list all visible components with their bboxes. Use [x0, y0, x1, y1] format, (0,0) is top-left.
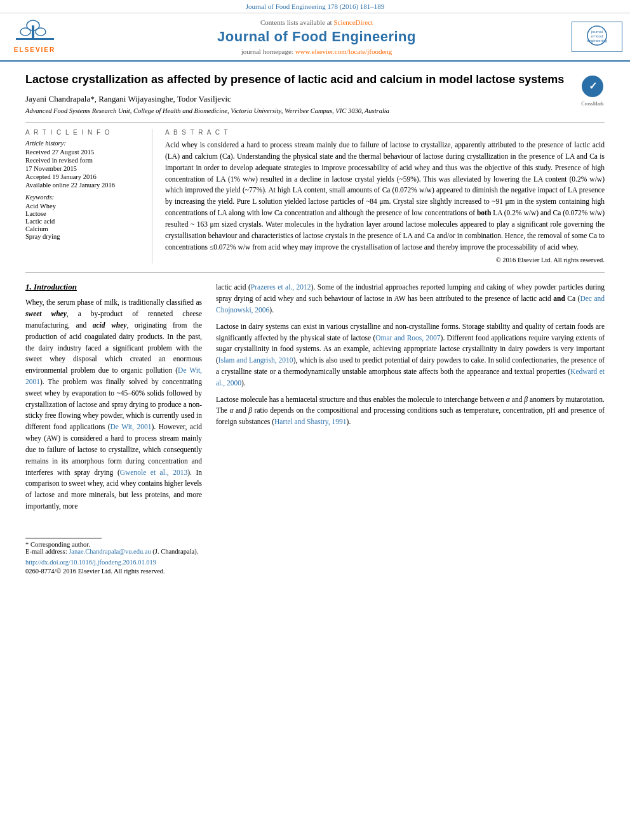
article-title: Lactose crystallization as affected by p… [25, 72, 605, 88]
received-date: Received 27 August 2015 [25, 149, 142, 156]
sciencedirect-link[interactable]: ScienceDirect [333, 18, 373, 26]
intro-col-left-para1: Whey, the serum phase of milk, is tradit… [25, 297, 202, 512]
keyword-5: Spray drying [25, 233, 142, 240]
email-line: E-mail address: Janae.Chandrapala@vu.edu… [25, 548, 202, 555]
journal-ref: Journal of Food Engineering 178 (2016) 1… [246, 3, 385, 10]
body-section: 1. Introduction Whey, the serum phase of… [25, 272, 605, 575]
keyword-4: Calcium [25, 225, 142, 232]
crossmark-label: CrossMark [580, 101, 605, 107]
footnote-divider [25, 538, 102, 538]
keyword-2: Lactose [25, 210, 142, 217]
svg-text:journal: journal [591, 30, 603, 34]
abstract-text: Acid whey is considered a hard to proces… [165, 140, 605, 253]
homepage-link[interactable]: www.elsevier.com/locate/jfoodeng [295, 48, 392, 55]
keywords-label: Keywords: [25, 194, 142, 201]
intro-section-title: 1. Introduction [25, 282, 202, 292]
divider-1 [25, 122, 605, 123]
keyword-3: Lactic acid [25, 218, 142, 225]
copyright-line: © 2016 Elsevier Ltd. All rights reserved… [165, 257, 605, 263]
intro-col-right-para1: lactic acid (Prazeres et al., 2012). Som… [216, 282, 605, 316]
svg-point-4 [36, 28, 46, 36]
journal-header-center: Contents lists available at ScienceDirec… [68, 18, 565, 55]
main-content: ✓ CrossMark Lactose crystallization as a… [0, 62, 630, 586]
article-info-header: A R T I C L E I N F O [25, 129, 142, 136]
top-bar: Journal of Food Engineering 178 (2016) 1… [0, 0, 630, 13]
article-info: A R T I C L E I N F O Article history: R… [25, 129, 152, 263]
corresponding-author: * Corresponding author. [25, 541, 202, 548]
abstract-section: A B S T R A C T Acid whey is considered … [165, 129, 605, 263]
journal-title: Journal of Food Engineering [68, 29, 565, 45]
sciencedirect-text: Contents lists available at ScienceDirec… [68, 18, 565, 26]
abstract-header: A B S T R A C T [165, 129, 605, 136]
article-history-label: Article history: [25, 140, 142, 147]
crossmark-badge: ✓ CrossMark [580, 74, 605, 107]
ref-kedward-2000[interactable]: Kedward et al., 2000 [216, 368, 605, 387]
accepted-date: Accepted 19 January 2016 [25, 173, 142, 180]
journal-logo-box: journal of food engineering [572, 22, 622, 52]
ref-de-wit-2001b[interactable]: De Wit, 2001 [111, 423, 152, 430]
info-section: A R T I C L E I N F O Article history: R… [25, 129, 605, 263]
received-revised-label: Received in revised form [25, 157, 142, 164]
elsevier-tree-img [10, 21, 60, 46]
svg-point-3 [20, 28, 30, 36]
elsevier-label: ELSEVIER [14, 46, 55, 53]
ref-islam-2010[interactable]: Islam and Langrish, 2010 [218, 356, 293, 364]
svg-text:✓: ✓ [589, 81, 597, 91]
intro-col-right-para2: Lactose in dairy systems can exist in va… [216, 321, 605, 389]
svg-rect-0 [16, 38, 54, 40]
footnote-area: * Corresponding author. E-mail address: … [25, 538, 202, 576]
affiliation: Advanced Food Systems Research Unit, Col… [25, 107, 605, 114]
doi-link[interactable]: http://dx.doi.org/10.1016/j.jfoodeng.201… [25, 559, 202, 566]
footer-copyright: 0260-8774/© 2016 Elsevier Ltd. All right… [25, 568, 165, 575]
two-col-intro: 1. Introduction Whey, the serum phase of… [25, 282, 605, 575]
ref-omar-2007[interactable]: Omar and Roos, 2007 [375, 334, 440, 342]
svg-text:of food: of food [591, 34, 603, 38]
col-left: 1. Introduction Whey, the serum phase of… [25, 282, 202, 575]
intro-col-right-para3: Lactose molecule has a hemiacetal struct… [216, 394, 605, 428]
email-link[interactable]: Janae.Chandrapala@vu.edu.au [69, 548, 151, 555]
keywords-section: Keywords: Acid Whey Lactose Lactic acid … [25, 194, 142, 240]
svg-rect-1 [32, 25, 34, 39]
ref-prazeres-2012[interactable]: Prazeres et al., 2012 [251, 283, 311, 291]
journal-homepage: journal homepage: www.elsevier.com/locat… [68, 48, 565, 55]
col-right: lactic acid (Prazeres et al., 2012). Som… [216, 282, 605, 575]
authors: Jayani Chandrapala*, Rangani Wijayasingh… [25, 94, 605, 104]
svg-text:engineering: engineering [587, 39, 607, 43]
keyword-1: Acid Whey [25, 203, 142, 210]
elsevier-logo: ELSEVIER [8, 21, 62, 53]
journal-header: ELSEVIER Contents lists available at Sci… [0, 13, 630, 62]
ref-de-wit-2001[interactable]: De Wit, 2001 [25, 366, 202, 385]
ref-hartel-1991[interactable]: Hartel and Shastry, 1991 [274, 418, 347, 425]
ref-dec-2006[interactable]: Dec and Chojnowski, 2006 [216, 295, 605, 314]
revised-date: 17 November 2015 [25, 165, 142, 172]
available-date: Available online 22 January 2016 [25, 182, 142, 189]
ref-gwenole-2013[interactable]: Gwenole et al., 2013 [120, 469, 187, 476]
footer-links: http://dx.doi.org/10.1016/j.jfoodeng.201… [25, 559, 202, 576]
